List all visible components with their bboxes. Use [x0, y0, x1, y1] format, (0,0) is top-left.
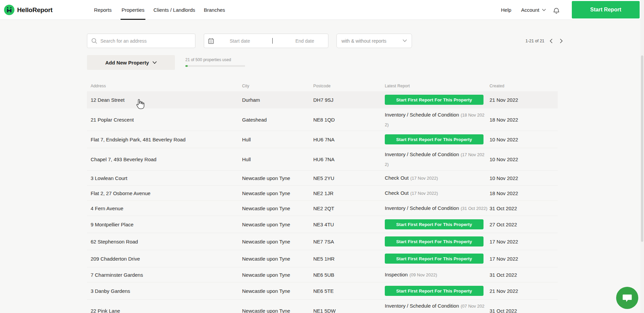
latest-report-text: Inventory / Schedule of Condition(18 Nov…: [385, 112, 490, 130]
table-row[interactable]: Flat 2, 27 Osborne Avenue Newcastle upon…: [87, 186, 558, 201]
top-nav-bar: HelloReport Reports Properties Clients /…: [0, 0, 644, 20]
search-input[interactable]: [100, 38, 191, 44]
start-first-report-button[interactable]: Start First Report For This Property: [385, 219, 484, 229]
report-type-label: Check Out: [385, 175, 409, 181]
city-cell: Durham: [242, 97, 313, 103]
postcode-cell: NE5 2YU: [313, 175, 385, 181]
report-date-label: (07 Nov 202: [461, 304, 485, 309]
nav-item-reports[interactable]: Reports: [94, 0, 112, 20]
table-row[interactable]: 7 Charminster Gardens Newcastle upon Tyn…: [87, 267, 558, 282]
notifications-bell-icon[interactable]: [553, 6, 560, 14]
latest-report-cell: Start First Report For This Property: [385, 95, 490, 105]
address-cell: Flat 2, 27 Osborne Avenue: [91, 190, 242, 196]
postcode-cell: NE6 5UB: [313, 272, 385, 278]
chevron-down-icon: [403, 39, 407, 42]
report-type-label: Inventory / Schedule of Condition: [385, 112, 459, 118]
start-first-report-button[interactable]: Start First Report For This Property: [385, 95, 484, 105]
postcode-cell: NE6 5TE: [313, 288, 385, 294]
column-header-city: City: [242, 84, 313, 88]
created-date-cell: 31 Oct 2022: [490, 308, 558, 313]
properties-page: HelloReport Reports Properties Clients /…: [0, 0, 644, 313]
pagination-prev-button[interactable]: [548, 38, 554, 44]
city-cell: Newcastle upon Tyne: [242, 175, 313, 181]
report-date-label: (17 Nov 202: [461, 152, 485, 157]
latest-report-cell: Inventory / Schedule of Condition(17 Nov…: [385, 149, 490, 169]
address-cell: Flat 7, Endsleigh Park, 481 Beverley Roa…: [91, 137, 242, 142]
city-cell: Hull: [242, 156, 313, 162]
latest-report-cell: Inspection(09 Nov 2022): [385, 270, 490, 280]
start-date-field[interactable]: Start date: [230, 38, 250, 44]
column-header-latest-report: Latest Report: [385, 84, 490, 88]
latest-report-cell: Start First Report For This Property: [385, 134, 490, 144]
report-date-wrap-label: 2): [385, 120, 490, 130]
table-row[interactable]: 62 Stephenson Road Newcastle upon Tyne N…: [87, 233, 558, 250]
table-row[interactable]: 22 Pink Lane Newcastle upon Tyne NE1 5DW…: [87, 300, 558, 313]
nav-item-clients-landlords[interactable]: Clients / Landlords: [153, 0, 195, 20]
report-date-label: (31 Oct 2022): [461, 206, 488, 211]
help-link[interactable]: Help: [501, 0, 511, 20]
address-search: [87, 34, 195, 48]
latest-report-text: Check Out(17 Nov 2022): [385, 175, 438, 181]
properties-usage-label: 21 of 500 properties used: [185, 57, 231, 62]
report-date-label: (17 Nov 2022): [410, 176, 438, 181]
latest-report-cell: Check Out(17 Nov 2022): [385, 173, 490, 183]
city-cell: Gateshead: [242, 117, 313, 123]
properties-table: Address City Postcode Latest Report Crea…: [87, 81, 558, 313]
table-row[interactable]: 3 Danby Gardens Newcastle upon Tyne NE6 …: [87, 282, 558, 300]
city-cell: Newcastle upon Tyne: [242, 190, 313, 196]
date-separator: [272, 38, 273, 44]
brand-name: HelloReport: [17, 6, 52, 14]
address-cell: 21 Poplar Crescent: [91, 117, 242, 123]
report-filter-dropdown[interactable]: with & without reports: [336, 34, 412, 48]
address-cell: 7 Charminster Gardens: [91, 272, 242, 278]
chevron-left-icon: [550, 39, 553, 43]
vertical-scrollbar: [640, 0, 644, 313]
end-date-field[interactable]: End date: [295, 38, 314, 44]
latest-report-text: Inventory / Schedule of Condition(07 Nov…: [385, 303, 490, 313]
address-cell: 3 Danby Gardens: [91, 288, 242, 294]
created-date-cell: 17 Nov 2022: [490, 239, 558, 244]
report-filter-value: with & without reports: [341, 38, 403, 44]
table-row[interactable]: Flat 7, Endsleigh Park, 481 Beverley Roa…: [87, 131, 558, 148]
start-first-report-button[interactable]: Start First Report For This Property: [385, 286, 484, 296]
table-row[interactable]: Chapel 7, 493 Beverley Road Hull HU6 7NA…: [87, 148, 558, 171]
column-header-postcode: Postcode: [313, 84, 385, 88]
nav-item-branches[interactable]: Branches: [204, 0, 225, 20]
postcode-cell: HU6 7NA: [313, 137, 385, 142]
account-menu[interactable]: Account: [521, 0, 546, 20]
address-cell: 12 Dean Street: [91, 97, 242, 103]
latest-report-cell: Inventory / Schedule of Condition(18 Nov…: [385, 110, 490, 130]
date-range-picker[interactable]: Start date End date: [204, 34, 328, 48]
table-row[interactable]: 21 Poplar Crescent Gateshead NE8 1QD Inv…: [87, 108, 558, 131]
start-first-report-button[interactable]: Start First Report For This Property: [385, 134, 484, 144]
chat-bubble-icon: [622, 293, 633, 303]
table-row[interactable]: 4 Fern Avenue Newcastle upon Tyne NE2 2Q…: [87, 201, 558, 216]
latest-report-text: Inventory / Schedule of Condition(17 Nov…: [385, 151, 490, 169]
pagination-next-button[interactable]: [558, 38, 564, 44]
city-cell: Newcastle upon Tyne: [242, 288, 313, 294]
search-icon: [91, 38, 97, 44]
start-first-report-button[interactable]: Start First Report For This Property: [385, 236, 484, 247]
table-row[interactable]: 9 Montpellier Place Newcastle upon Tyne …: [87, 216, 558, 233]
report-date-wrap-label: 2): [385, 311, 490, 313]
start-report-button[interactable]: Start Report: [572, 1, 640, 18]
postcode-cell: NE5 1HR: [313, 256, 385, 262]
created-date-cell: 10 Nov 2022: [490, 156, 558, 162]
brand-logo[interactable]: HelloReport: [4, 0, 52, 20]
address-cell: 4 Fern Avenue: [91, 206, 242, 211]
chat-widget-button[interactable]: [616, 287, 638, 309]
postcode-cell: NE7 7SA: [313, 239, 385, 244]
scrollbar-thumb[interactable]: [641, 55, 643, 242]
table-row[interactable]: 3 Lowlean Court Newcastle upon Tyne NE5 …: [87, 171, 558, 186]
created-date-cell: 21 Nov 2022: [490, 97, 558, 103]
table-row[interactable]: 12 Dean Street Durham DH7 9SJ Start Firs…: [87, 91, 558, 108]
latest-report-cell: Inventory / Schedule of Condition(07 Nov…: [385, 301, 490, 313]
city-cell: Newcastle upon Tyne: [242, 206, 313, 211]
table-row[interactable]: 209 Chadderton Drive Newcastle upon Tyne…: [87, 250, 558, 267]
city-cell: Newcastle upon Tyne: [242, 239, 313, 244]
report-date-wrap-label: 2): [385, 160, 490, 169]
nav-item-properties[interactable]: Properties: [122, 0, 144, 20]
start-first-report-button[interactable]: Start First Report For This Property: [385, 254, 484, 264]
report-type-label: Inspection: [385, 272, 408, 277]
add-new-property-button[interactable]: Add New Property: [87, 55, 175, 70]
